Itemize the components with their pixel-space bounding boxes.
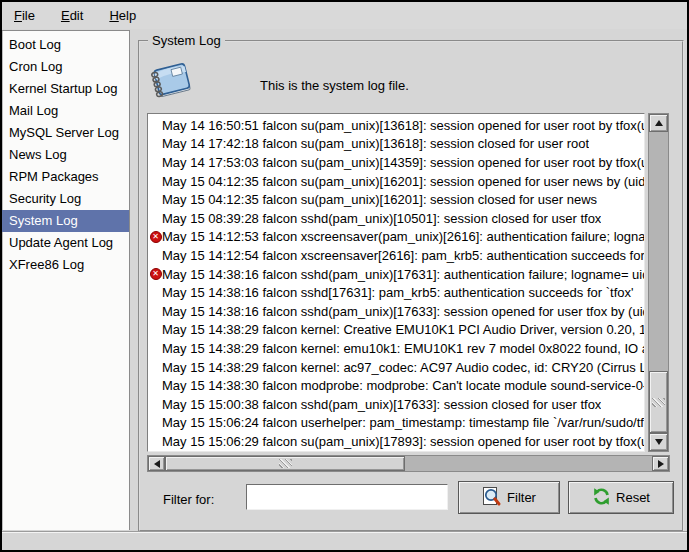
sidebar-item-system-log[interactable]: System Log [2,210,129,232]
menu-help[interactable]: Help [105,5,140,26]
error-icon: ✕ [150,268,162,280]
sidebar-item-mail-log[interactable]: Mail Log [2,100,129,122]
sidebar-item-xfree86-log[interactable]: XFree86 Log [2,254,129,276]
log-row[interactable]: May 14 16:50:51 falcon su(pam_unix)[1361… [148,116,644,135]
menu-file[interactable]: File [10,5,39,26]
log-row[interactable]: May 15 08:39:28 falcon sshd(pam_unix)[10… [148,209,644,228]
log-row[interactable]: May 15 14:38:29 falcon kernel: Creative … [148,321,644,340]
sidebar-item-cron-log[interactable]: Cron Log [2,56,129,78]
log-row[interactable]: May 15 14:38:30 falcon modprobe: modprob… [148,376,644,395]
log-row[interactable]: May 15 14:38:16 falcon sshd[17631]: pam_… [148,283,644,302]
log-type-list: Boot Log Cron Log Kernel Startup Log Mai… [2,30,130,530]
grip-icon [652,398,665,407]
log-row[interactable]: May 15 15:00:38 falcon sshd(pam_unix)[17… [148,395,644,414]
scroll-right-button[interactable] [652,456,669,471]
sidebar-item-news-log[interactable]: News Log [2,144,129,166]
left-arrow-icon [154,460,160,468]
log-row[interactable]: May 15 14:38:29 falcon kernel: emu10k1: … [148,339,644,358]
filter-input[interactable] [246,484,448,510]
green-refresh-icon [592,487,611,509]
down-arrow-icon [655,439,663,445]
log-row[interactable]: May 15 15:06:24 falcon userhelper: pam_t… [148,414,644,433]
menubar: File Edit Help [2,2,687,29]
horizontal-scrollbar-thumb[interactable] [165,456,405,471]
vertical-scrollbar-thumb[interactable] [649,371,668,433]
sidebar-item-security-log[interactable]: Security Log [2,188,129,210]
log-row[interactable]: May 15 04:12:35 falcon su(pam_unix)[1620… [148,190,644,209]
filter-button[interactable]: Filter [458,481,560,514]
log-description: This is the system log file. [260,78,409,93]
log-row[interactable]: May 15 14:38:16 falcon sshd(pam_unix)[17… [148,302,644,321]
log-row[interactable]: ✕May 15 14:38:16 falcon sshd(pam_unix)[1… [148,265,644,284]
scroll-up-button[interactable] [649,114,668,132]
reset-button-label: Reset [616,490,650,505]
horizontal-scrollbar[interactable] [147,455,670,472]
grip-icon [279,459,292,468]
log-row[interactable]: ✕May 15 14:12:53 falcon xscreensaver(pam… [148,228,644,247]
frame-title: System Log [148,33,225,48]
system-log-frame: System Log This is the [138,40,684,532]
filter-button-label: Filter [507,490,536,505]
filter-label: Filter for: [163,492,214,507]
sidebar-item-mysql-server-log[interactable]: MySQL Server Log [2,122,129,144]
log-entries-view[interactable]: May 14 16:50:51 falcon su(pam_unix)[1361… [147,113,645,452]
log-row[interactable]: May 14 17:42:18 falcon su(pam_unix)[1361… [148,135,644,154]
reset-button[interactable]: Reset [568,481,674,514]
notebook-icon [148,60,194,108]
log-row[interactable]: May 14 17:53:03 falcon su(pam_unix)[1435… [148,153,644,172]
log-row[interactable]: May 15 14:38:29 falcon kernel: ac97_code… [148,358,644,377]
sidebar-item-update-agent-log[interactable]: Update Agent Log [2,232,129,254]
log-row[interactable]: May 15 04:12:35 falcon su(pam_unix)[1620… [148,172,644,191]
sidebar-item-kernel-startup-log[interactable]: Kernel Startup Log [2,78,129,100]
vertical-scrollbar[interactable] [648,113,669,452]
sidebar-item-boot-log[interactable]: Boot Log [2,34,129,56]
menu-edit[interactable]: Edit [57,5,87,26]
scroll-down-button[interactable] [649,433,668,451]
log-row[interactable]: May 15 15:06:29 falcon su(pam_unix)[1789… [148,432,644,451]
right-arrow-icon [658,460,664,468]
scroll-left-button[interactable] [148,456,165,471]
log-viewer-window: File Edit Help Boot Log Cron Log Kernel … [2,2,687,550]
sidebar-item-rpm-packages[interactable]: RPM Packages [2,166,129,188]
magnifier-document-icon [482,486,502,510]
error-icon: ✕ [150,231,162,243]
status-strip [2,531,687,550]
up-arrow-icon [655,120,663,126]
log-row[interactable]: May 15 14:12:54 falcon xscreensaver[2616… [148,246,644,265]
